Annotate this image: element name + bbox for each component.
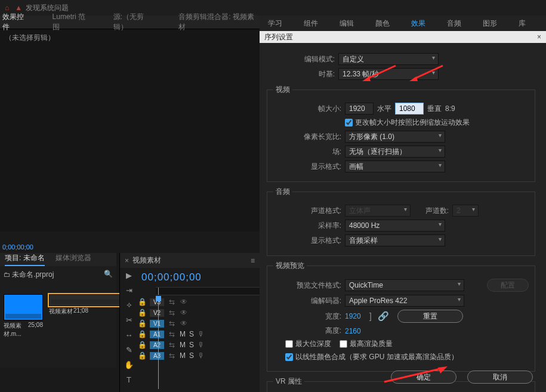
hand-tool-icon[interactable]: ✋ [124,360,134,369]
mute-icon[interactable]: M [180,351,186,360]
pixel-aspect-select[interactable]: 方形像素 (1.0) [345,131,445,143]
sync-icon[interactable]: ⇆ [168,351,176,360]
mute-icon[interactable]: M [180,341,186,349]
max-quality-label: 最高渲染质量 [350,339,393,349]
preview-width-value[interactable]: 1920 [345,312,361,320]
sync-icon[interactable]: ⇆ [168,298,176,306]
dialog-titlebar: 序列设置 × [260,31,546,43]
bin-item[interactable]: 视频素材21;08 [49,294,88,338]
thumbnail[interactable] [4,294,43,320]
time-ruler[interactable] [156,287,260,295]
reset-button[interactable]: 重置 [397,310,463,323]
close-icon[interactable]: × [537,33,541,41]
slip-tool-icon[interactable]: ↔ [125,331,133,339]
panel-menu-icon[interactable]: ≡ [251,257,255,265]
eye-icon[interactable]: 👁 [180,319,188,328]
mic-icon[interactable]: 🎙 [198,351,206,360]
lock-icon[interactable]: 🔒 [138,298,146,306]
type-tool-icon[interactable]: T [127,375,131,384]
pixel-aspect-label: 像素长宽比: [273,132,345,142]
fields-select[interactable]: 无场（逐行扫描） [345,146,445,158]
edit-mode-label: 编辑模式: [267,54,338,64]
solo-icon[interactable]: S [189,351,194,360]
nav-color[interactable]: 颜色 [375,18,390,29]
track-v1[interactable]: V1 [150,320,164,328]
razor-tool-icon[interactable]: ✂ [126,316,132,325]
track-headers: 🔒V3⇆👁 🔒V2⇆👁 🔒V1⇆👁 🔒A1⇆MS🎙 🔒A2⇆MS🎙 🔒A3⇆MS… [138,297,260,361]
lock-icon[interactable]: 🔒 [138,341,146,349]
track-select-tool-icon[interactable]: ⇥ [126,286,132,295]
channel-format-label: 声道格式: [273,206,345,216]
track-a2[interactable]: A2 [150,341,164,349]
lock-icon[interactable]: 🔒 [138,330,146,338]
ok-button[interactable]: 确定 [391,371,456,384]
sync-icon[interactable]: ⇆ [168,308,176,317]
video-group: 视频 帧大小: 水平 垂直 8:9 更改帧大小时按照比例缩放运动效果 像素长宽比… [267,85,535,182]
nav-effects[interactable]: 效果 [411,18,425,29]
solo-icon[interactable]: S [189,330,194,338]
tab-lumetri[interactable]: Lumetri 范围 [53,12,91,32]
sync-icon[interactable]: ⇆ [168,330,176,338]
max-quality-checkbox[interactable] [340,340,347,348]
ripple-tool-icon[interactable]: ✧ [126,301,132,310]
sync-icon[interactable]: ⇆ [168,319,176,328]
mic-icon[interactable]: 🎙 [198,341,206,349]
nav-audio[interactable]: 音频 [447,18,461,29]
preview-format-select[interactable]: QuickTime [345,279,464,291]
eye-icon[interactable]: 👁 [180,308,188,317]
sync-icon[interactable]: ⇆ [168,341,176,349]
warning-icon[interactable]: ▲ [15,4,22,12]
tab-project[interactable]: 项目: 未命名 [5,253,45,266]
timeline-title[interactable]: 视频素材 [132,255,161,266]
tab-effect-controls[interactable]: 效果控件 [2,12,30,32]
sample-rate-select[interactable]: 48000 Hz [345,220,445,232]
tab-media-browser[interactable]: 媒体浏览器 [55,253,91,266]
cancel-button[interactable]: 取消 [467,371,533,384]
link-icon[interactable]: 🔗 [378,311,389,322]
track-a3[interactable]: A3 [150,352,164,360]
pen-tool-icon[interactable]: ✎ [126,345,132,354]
nav-edit[interactable]: 编辑 [340,18,354,29]
playhead[interactable] [158,300,159,389]
lock-icon[interactable]: 🔒 [138,308,146,317]
fields-label: 场: [273,147,345,157]
nav-assembly[interactable]: 组件 [304,18,318,29]
vr-legend: VR 属性 [273,376,304,387]
lock-icon[interactable]: 🔒 [138,319,146,328]
nav-graphics[interactable]: 图形 [483,18,497,29]
close-icon[interactable]: × [125,257,129,265]
home-icon[interactable]: ⌂ [5,4,9,12]
linear-color-checkbox[interactable] [285,353,293,361]
mic-icon[interactable]: 🎙 [198,330,206,338]
project-tabs: 项目: 未命名 媒体浏览器 [0,253,116,266]
nav-learn[interactable]: 学习 [268,18,282,29]
frame-width-input[interactable] [345,103,374,115]
search-icon[interactable]: 🔍 [104,270,113,278]
workspace-left: 效果控件 Lumetri 范围 源:（无剪辑） 音频剪辑混合器: 视频素材 （未… [0,16,260,392]
edit-mode-select[interactable]: 自定义 [338,53,439,65]
video-display-select[interactable]: 画幅 [345,160,445,172]
frame-height-input[interactable] [395,103,424,115]
solo-icon[interactable]: S [189,341,194,349]
horizontal-label: 水平 [377,104,391,114]
tab-audio-mixer[interactable]: 音频剪辑混合器: 视频素材 [178,12,257,32]
scale-motion-checkbox[interactable] [345,119,353,126]
eye-icon[interactable]: 👁 [180,298,188,306]
track-a1[interactable]: A1 [150,331,164,338]
max-depth-checkbox[interactable] [285,340,293,348]
codec-select[interactable]: Apple ProRes 422 [345,295,464,307]
timebase-select[interactable]: 12.33 帧/秒 [338,68,439,80]
lock-icon[interactable]: 🔒 [138,351,146,360]
track-v2[interactable]: V2 [150,309,164,317]
bin-item[interactable]: 视频素材.m...25;08 [4,294,43,338]
audio-display-select[interactable]: 音频采样 [345,234,445,246]
linear-color-label: 以线性颜色合成（要求 GPU 加速或最高渲染品质） [295,352,458,362]
nav-library[interactable]: 库 [519,18,526,29]
selection-tool-icon[interactable]: ▶ [126,271,132,280]
timeline-timecode[interactable]: 00;00;00;00 [120,268,260,287]
dialog-footer: 确定 取消 [391,371,533,384]
tab-source[interactable]: 源:（无剪辑） [113,12,156,32]
source-panel-tabs: 效果控件 Lumetri 范围 源:（无剪辑） 音频剪辑混合器: 视频素材 [0,16,260,29]
preview-height-value[interactable]: 2160 [345,327,361,335]
mute-icon[interactable]: M [180,330,186,338]
